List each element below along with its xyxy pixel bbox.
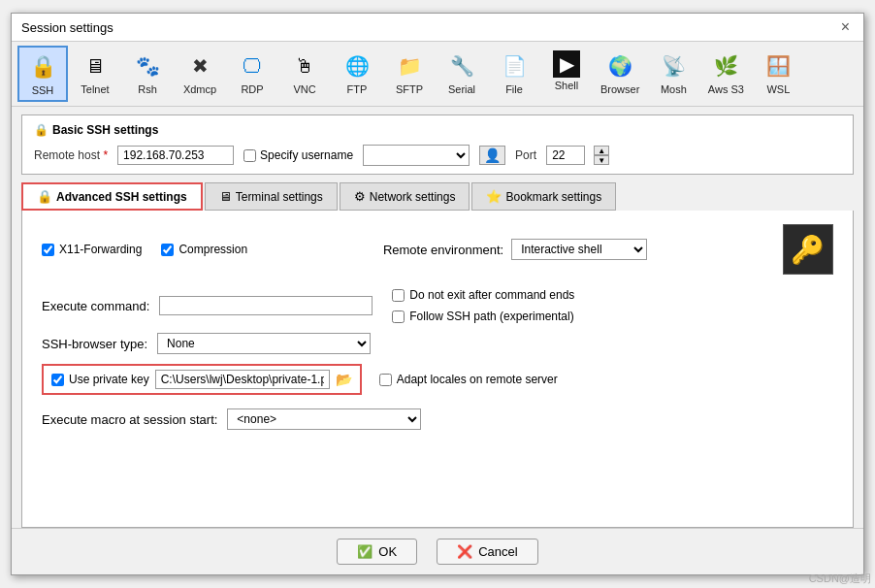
tab-network-label: Network settings bbox=[370, 190, 456, 204]
row-execute-macro: Execute macro at session start: <none> bbox=[42, 408, 833, 430]
protocol-serial[interactable]: 🔧 Serial bbox=[437, 46, 487, 102]
port-down-button[interactable]: ▼ bbox=[594, 155, 609, 165]
dialog-title: Session settings bbox=[21, 20, 113, 35]
port-spinner: ▲ ▼ bbox=[594, 146, 609, 165]
protocol-rsh[interactable]: 🐾 Rsh bbox=[122, 46, 173, 102]
protocol-telnet-label: Telnet bbox=[81, 83, 109, 95]
ok-icon: ✅ bbox=[357, 544, 373, 559]
ssh-browser-select[interactable]: None SCP SFTP bbox=[157, 333, 371, 354]
private-key-box: Use private key 📂 bbox=[42, 364, 362, 395]
remote-host-input[interactable] bbox=[117, 146, 234, 165]
row-ssh-browser: SSH-browser type: None SCP SFTP bbox=[42, 333, 833, 354]
row-private-key: Use private key 📂 Adapt locales on remot… bbox=[42, 364, 833, 395]
protocol-awss3[interactable]: 🌿 Aws S3 bbox=[700, 46, 751, 102]
protocol-wsl-label: WSL bbox=[766, 83, 790, 95]
protocol-ssh[interactable]: 🔒 SSH bbox=[17, 46, 68, 102]
execute-macro-select[interactable]: <none> bbox=[227, 408, 421, 430]
shell-icon: ▶ bbox=[553, 50, 580, 78]
do-not-exit-label[interactable]: Do not exit after command ends bbox=[392, 288, 574, 302]
protocol-mosh-label: Mosh bbox=[661, 83, 687, 95]
protocol-file[interactable]: 📄 File bbox=[489, 46, 539, 102]
follow-ssh-checkbox[interactable] bbox=[392, 310, 405, 323]
ok-button[interactable]: ✅ OK bbox=[337, 539, 417, 565]
right-checkboxes: Do not exit after command ends Follow SS… bbox=[392, 288, 574, 323]
dialog-buttons: ✅ OK ❌ Cancel bbox=[12, 528, 863, 574]
x11-forwarding-checkbox[interactable] bbox=[42, 244, 54, 256]
protocol-sftp[interactable]: 📁 SFTP bbox=[384, 46, 435, 102]
mosh-icon: 📡 bbox=[658, 50, 689, 82]
compression-label[interactable]: Compression bbox=[161, 243, 247, 256]
remote-host-label: Remote host * bbox=[34, 148, 108, 162]
protocol-awss3-label: Aws S3 bbox=[708, 83, 744, 95]
protocol-vnc[interactable]: 🖱 VNC bbox=[279, 46, 330, 102]
protocol-telnet[interactable]: 🖥 Telnet bbox=[70, 46, 120, 102]
protocol-xdmcp[interactable]: ✖ Xdmcp bbox=[175, 46, 225, 102]
protocol-toolbar: 🔒 SSH 🖥 Telnet 🐾 Rsh ✖ Xdmcp 🖵 RDP 🖱 VNC… bbox=[12, 42, 863, 107]
ssh-icon: 🔒 bbox=[27, 51, 58, 82]
ok-label: OK bbox=[378, 544, 397, 559]
protocol-xdmcp-label: Xdmcp bbox=[183, 83, 216, 95]
protocol-file-label: File bbox=[505, 83, 523, 95]
remote-env-select[interactable]: Interactive shell Bash None bbox=[511, 239, 647, 260]
cancel-label: Cancel bbox=[478, 544, 517, 559]
xdmcp-icon: ✖ bbox=[184, 50, 215, 82]
execute-command-label: Execute command: bbox=[42, 299, 149, 313]
use-private-key-checkbox[interactable] bbox=[51, 374, 64, 386]
tab-advanced-ssh[interactable]: 🔒 Advanced SSH settings bbox=[21, 182, 203, 211]
rdp-icon: 🖵 bbox=[237, 50, 268, 82]
serial-icon: 🔧 bbox=[446, 50, 477, 82]
protocol-sftp-label: SFTP bbox=[396, 83, 423, 95]
follow-ssh-label[interactable]: Follow SSH path (experimental) bbox=[392, 310, 574, 323]
x11-forwarding-label[interactable]: X11-Forwarding bbox=[42, 243, 142, 256]
basic-ssh-settings-box: 🔒 Basic SSH settings Remote host * Speci… bbox=[21, 114, 854, 175]
execute-macro-label: Execute macro at session start: bbox=[42, 412, 217, 427]
advanced-content-panel: X11-Forwarding Compression Remote enviro… bbox=[21, 211, 854, 528]
required-star: * bbox=[103, 148, 108, 162]
username-select[interactable] bbox=[363, 145, 470, 166]
protocol-mosh[interactable]: 📡 Mosh bbox=[648, 46, 698, 102]
port-up-button[interactable]: ▲ bbox=[594, 146, 609, 155]
network-tab-icon: ⚙ bbox=[354, 189, 366, 204]
protocol-wsl[interactable]: 🪟 WSL bbox=[753, 46, 803, 102]
do-not-exit-checkbox[interactable] bbox=[392, 289, 405, 302]
remote-env-group: Remote environment: Interactive shell Ba… bbox=[383, 239, 647, 260]
basic-fields-row: Remote host * Specify username 👤 Port ▲ … bbox=[34, 145, 841, 166]
adapt-locales-checkbox[interactable] bbox=[379, 374, 392, 386]
file-icon: 📄 bbox=[499, 50, 530, 82]
protocol-shell-label: Shell bbox=[555, 80, 578, 91]
protocol-serial-label: Serial bbox=[448, 83, 475, 95]
protocol-ftp[interactable]: 🌐 FTP bbox=[332, 46, 382, 102]
user-icon-button[interactable]: 👤 bbox=[479, 146, 505, 165]
settings-tabs: 🔒 Advanced SSH settings 🖥 Terminal setti… bbox=[21, 182, 854, 211]
cancel-button[interactable]: ❌ Cancel bbox=[437, 539, 537, 565]
specify-username-checkbox[interactable] bbox=[243, 149, 256, 162]
protocol-rdp[interactable]: 🖵 RDP bbox=[227, 46, 277, 102]
tab-advanced-label: Advanced SSH settings bbox=[56, 190, 187, 204]
protocol-rdp-label: RDP bbox=[241, 83, 263, 95]
protocol-shell[interactable]: ▶ Shell bbox=[541, 46, 592, 102]
watermark: CSDN@造明 bbox=[809, 572, 871, 586]
bookmark-tab-icon: ⭐ bbox=[486, 189, 502, 204]
key-image: 🔑 bbox=[783, 224, 833, 275]
protocol-browser[interactable]: 🌍 Browser bbox=[594, 46, 646, 102]
use-private-key-label[interactable]: Use private key bbox=[51, 373, 149, 386]
execute-command-input[interactable] bbox=[159, 296, 373, 315]
sftp-icon: 📁 bbox=[394, 50, 425, 82]
private-key-browse-button[interactable]: 📂 bbox=[336, 372, 352, 387]
tab-bookmark[interactable]: ⭐ Bookmark settings bbox=[471, 182, 616, 211]
tab-network[interactable]: ⚙ Network settings bbox=[340, 182, 470, 211]
port-input[interactable] bbox=[546, 146, 585, 165]
terminal-tab-icon: 🖥 bbox=[219, 189, 232, 204]
adapt-locales-label[interactable]: Adapt locales on remote server bbox=[379, 373, 558, 386]
key-image-container: 🔑 bbox=[783, 224, 833, 275]
protocol-vnc-label: VNC bbox=[293, 83, 315, 95]
close-button[interactable]: × bbox=[837, 19, 854, 35]
compression-checkbox[interactable] bbox=[161, 244, 174, 256]
vnc-icon: 🖱 bbox=[289, 50, 320, 82]
specify-username-label[interactable]: Specify username bbox=[243, 148, 353, 162]
private-key-input[interactable] bbox=[155, 370, 330, 389]
tab-terminal[interactable]: 🖥 Terminal settings bbox=[205, 182, 338, 211]
remote-env-label: Remote environment: bbox=[383, 243, 503, 257]
row-execute-command: Execute command: Do not exit after comma… bbox=[42, 288, 833, 323]
protocol-ssh-label: SSH bbox=[32, 84, 54, 96]
